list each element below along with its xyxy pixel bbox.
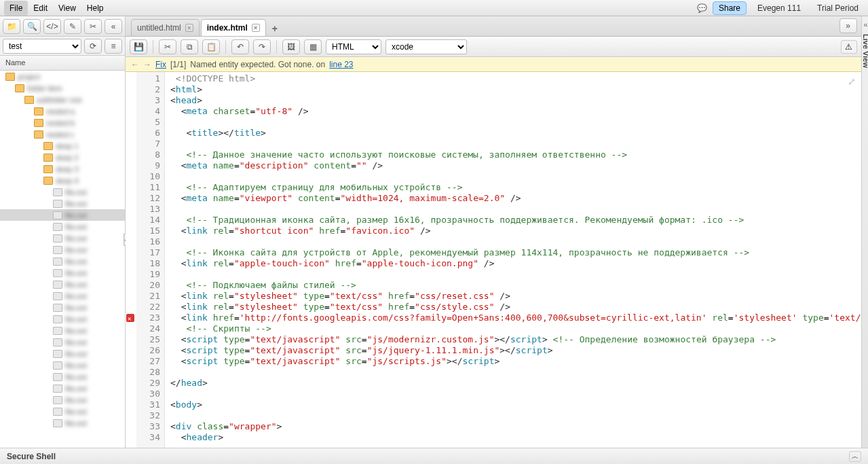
code-line[interactable]: <header>	[170, 432, 861, 443]
tab-close-icon[interactable]: ×	[185, 24, 193, 32]
tree-row[interactable]: deep 1	[0, 140, 125, 151]
tab-add-button[interactable]: +	[267, 21, 282, 36]
rightstrip-collapse-icon[interactable]: «	[863, 20, 867, 29]
tree-row[interactable]: file.ext	[0, 198, 125, 209]
code-line[interactable]: <meta charset="utf-8" />	[170, 106, 861, 117]
live-view-label[interactable]: Live View	[862, 34, 868, 68]
code-line[interactable]: <link rel="shortcut icon" href="favicon.…	[170, 226, 861, 236]
tree-row[interactable]: file.ext	[0, 406, 125, 417]
tree-row[interactable]: file.ext	[0, 302, 125, 313]
tree-row[interactable]: deep 3	[0, 163, 125, 175]
save-icon[interactable]: 💾	[130, 39, 147, 54]
code-line[interactable]: <script type="text/javascript" src="js/m…	[170, 334, 861, 345]
code-line[interactable]: <link rel="stylesheet" type="text/css" h…	[170, 302, 861, 313]
tree-row[interactable]: file.ext	[0, 417, 125, 429]
tree-row[interactable]: file.ext	[0, 232, 125, 244]
sidebar-column-header[interactable]: Name	[0, 56, 125, 71]
tree-row[interactable]: file.ext	[0, 290, 125, 302]
code-line[interactable]: <link rel="stylesheet" type="text/css" h…	[170, 291, 861, 302]
code-line[interactable]: <meta name="description" content="" />	[170, 160, 861, 171]
tree-row[interactable]: folder item	[0, 82, 125, 94]
code-line[interactable]: <body>	[170, 399, 861, 410]
tab-index-html[interactable]: index.html×	[201, 19, 266, 36]
sidebar-search-select[interactable]: test	[3, 39, 81, 54]
code-line[interactable]: <script type="text/javascript" src="js/s…	[170, 356, 861, 367]
warning-icon[interactable]: ⚠	[841, 40, 857, 54]
share-button[interactable]: Share	[713, 1, 747, 15]
code-line[interactable]	[170, 171, 861, 182]
undo-icon[interactable]: ↶	[231, 39, 249, 54]
tree-row[interactable]: deep 2	[0, 151, 125, 163]
search-icon[interactable]: 🔍	[23, 19, 41, 34]
menu-icon[interactable]: ≡	[105, 39, 122, 54]
refresh-icon[interactable]: ⟳	[84, 39, 102, 54]
redo-icon[interactable]: ↷	[253, 39, 271, 54]
menu-file[interactable]: File	[4, 1, 28, 16]
tab-untitled-html[interactable]: untitled.html×	[131, 19, 200, 36]
code-line[interactable]	[170, 367, 861, 378]
code-line[interactable]	[170, 410, 861, 421]
lint-line-link[interactable]: line 23	[329, 60, 353, 69]
menu-view[interactable]: View	[53, 1, 81, 16]
code-line[interactable]	[170, 389, 861, 399]
tree-row[interactable]: deep 4	[0, 175, 125, 186]
code-line[interactable]	[170, 236, 861, 247]
cut-icon[interactable]: ✂	[159, 39, 176, 54]
tree-row[interactable]: file.ext	[0, 394, 125, 406]
code-line[interactable]	[170, 139, 861, 149]
lint-next-icon[interactable]: →	[143, 60, 151, 69]
code-line[interactable]: <!-- Традиционная иконка сайта, размер 1…	[170, 215, 861, 226]
tree-row[interactable]: nested c	[0, 128, 125, 140]
tree-row[interactable]: nested b	[0, 117, 125, 128]
tree-row[interactable]: project	[0, 71, 125, 82]
scissors-icon[interactable]: ✂	[84, 19, 102, 34]
expand-icon[interactable]: ⤢	[848, 76, 856, 87]
image-icon[interactable]: 🖼	[282, 39, 300, 54]
trial-label[interactable]: Trial Period	[812, 2, 864, 14]
code-line[interactable]	[170, 117, 861, 128]
layout-icon[interactable]: ▦	[304, 39, 322, 54]
tree-row[interactable]: subfolder one	[0, 94, 125, 105]
menu-edit[interactable]: Edit	[28, 1, 53, 16]
code-line[interactable]: <head>	[170, 95, 861, 106]
tree-row[interactable]: file.ext	[0, 371, 125, 382]
code-editor[interactable]: 1234567891011121314151617181920212223242…	[126, 72, 861, 448]
code-icon[interactable]: </>	[43, 19, 61, 34]
file-tree[interactable]: projectfolder itemsubfolder onenested an…	[0, 71, 125, 448]
lint-prev-icon[interactable]: ←	[131, 60, 139, 69]
code-lines[interactable]: <!DOCTYPE html><html><head> <meta charse…	[165, 72, 861, 448]
tabbar-collapse-icon[interactable]: »	[839, 18, 857, 33]
status-chevron-icon[interactable]: ︿	[849, 451, 861, 462]
tree-row[interactable]: file.ext	[0, 382, 125, 394]
code-line[interactable]: </head>	[170, 378, 861, 389]
copy-icon[interactable]: ⧉	[181, 39, 198, 54]
code-line[interactable]	[170, 269, 861, 280]
tree-row[interactable]: file.ext	[0, 279, 125, 290]
code-line[interactable]: <!-- Данное значение часто используют по…	[170, 149, 861, 160]
code-line[interactable]: <div class="wrapper">	[170, 421, 861, 432]
user-label[interactable]: Evegen 111	[752, 2, 806, 14]
pencil-icon[interactable]: ✎	[64, 19, 81, 34]
error-marker-icon[interactable]	[126, 314, 134, 322]
tree-row[interactable]: file.ext	[0, 313, 125, 325]
tree-row[interactable]: file.ext	[0, 359, 125, 371]
tree-row[interactable]: file.ext	[0, 267, 125, 279]
code-line[interactable]: <html>	[170, 84, 861, 95]
menu-help[interactable]: Help	[81, 1, 109, 16]
tree-row[interactable]: file.ext	[0, 186, 125, 198]
paste-icon[interactable]: 📋	[202, 39, 220, 54]
code-line[interactable]: <meta name="viewport" content="width=102…	[170, 193, 861, 204]
tree-row[interactable]: file.ext	[0, 348, 125, 359]
lint-fix-link[interactable]: Fix	[155, 60, 166, 69]
tree-row[interactable]: file.ext	[0, 325, 125, 336]
code-line[interactable]	[170, 204, 861, 215]
folder-icon[interactable]: 📁	[3, 19, 20, 34]
code-line[interactable]: <!-- Подключаем файлы стилей -->	[170, 280, 861, 291]
tree-row[interactable]: nested a	[0, 105, 125, 117]
tree-row[interactable]: file.ext	[0, 221, 125, 232]
tree-row[interactable]: file.ext	[0, 244, 125, 255]
code-line[interactable]: <!-- Иконка сайта для устройств от Apple…	[170, 247, 861, 258]
code-line[interactable]: <!DOCTYPE html>	[170, 73, 861, 84]
language-select[interactable]: HTML	[326, 39, 381, 54]
tree-row[interactable]: file.ext	[0, 336, 125, 348]
